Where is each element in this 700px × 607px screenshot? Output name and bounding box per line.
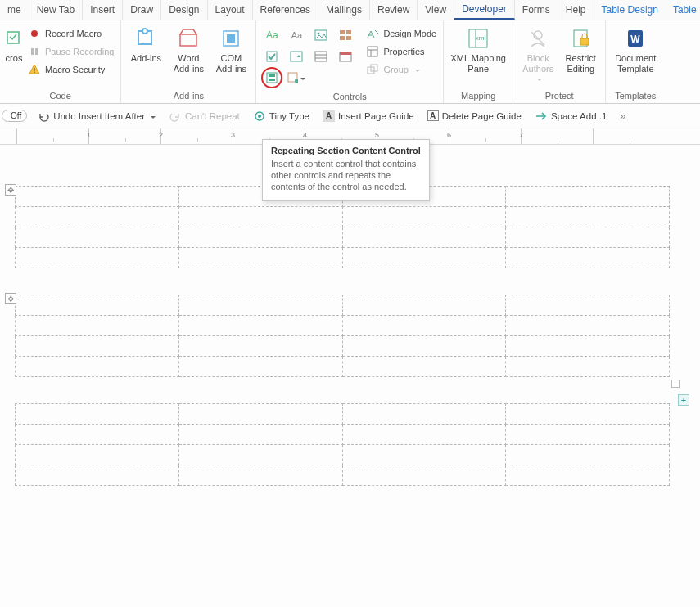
table-row[interactable] <box>16 357 670 377</box>
group-protect: Block Authors Restrict Editing Protect <box>513 20 606 103</box>
tab-design[interactable]: Design <box>161 0 207 20</box>
word-addins-button[interactable]: Word Add-ins <box>169 23 208 74</box>
table-move-handle[interactable]: ✥ <box>5 293 16 304</box>
record-macro-button[interactable]: Record Macro <box>26 26 115 41</box>
date-picker-control[interactable] <box>336 47 355 65</box>
toggle-off[interactable]: Off <box>2 110 27 122</box>
group-controls-label: Controls <box>333 90 367 104</box>
controls-gallery: Aa Aa <box>261 23 356 90</box>
building-block-control[interactable] <box>336 26 355 44</box>
xml-mapping-button[interactable]: xml XML Mapping Pane <box>449 23 508 74</box>
resize-handle[interactable] <box>671 380 680 388</box>
combo-box-control[interactable] <box>287 47 305 65</box>
arrow-right-icon <box>535 110 548 123</box>
security-label: Macro Security <box>45 65 105 74</box>
ribbon-tabs: me New Tab Insert Draw Design Layout Ref… <box>0 0 700 20</box>
block-authors-button: Block Authors <box>518 23 558 85</box>
table-row[interactable] <box>16 404 670 425</box>
word-addins-label: Word Add-ins <box>174 53 204 74</box>
document-canvas[interactable]: ✥ ✥ + <box>0 145 700 607</box>
insert-page-guide-button[interactable]: A Insert Page Guide <box>319 109 418 124</box>
dropdown-control[interactable] <box>312 47 330 65</box>
svg-rect-38 <box>580 38 589 45</box>
group-mapping-label: Mapping <box>461 89 495 103</box>
quick-access-row: Off Undo Insert Item After Can't Repeat … <box>0 104 700 128</box>
table-row[interactable] <box>16 425 670 445</box>
table-row[interactable] <box>16 316 670 336</box>
block-authors-label: Block Authors <box>522 53 553 74</box>
addins-button[interactable]: Add-ins <box>126 23 165 64</box>
table-move-handle[interactable]: ✥ <box>5 184 16 196</box>
repeating-section-control[interactable] <box>261 67 282 88</box>
tab-references[interactable]: References <box>253 0 318 20</box>
tiny-type-button[interactable]: Tiny Type <box>250 108 313 124</box>
plain-text-control[interactable]: Aa <box>287 26 305 44</box>
space-add-button[interactable]: Space Add .1 <box>531 108 610 124</box>
table-row[interactable] <box>16 295 670 316</box>
tab-help[interactable]: Help <box>558 0 594 20</box>
ruler-mark: 2 <box>159 131 163 139</box>
block-authors-icon <box>525 25 551 52</box>
table-row[interactable] <box>16 445 670 465</box>
ribbon: cros Record Macro Pause Recording ! Macr… <box>0 20 700 104</box>
tab-layout[interactable]: Layout <box>208 0 253 20</box>
tab-forms[interactable]: Forms <box>515 0 558 20</box>
legacy-tools[interactable] <box>287 69 305 87</box>
table-3[interactable] <box>15 403 692 486</box>
properties-button[interactable]: Properties <box>364 44 438 59</box>
design-mode-button[interactable]: Design Mode <box>364 26 438 41</box>
ruler-mark: 1 <box>87 131 91 139</box>
table-2[interactable]: ✥ + <box>15 295 692 377</box>
table-row[interactable] <box>16 248 670 268</box>
svg-rect-11 <box>340 30 345 34</box>
addins-icon <box>133 25 159 52</box>
svg-point-1 <box>31 30 38 37</box>
table-row[interactable] <box>16 465 670 486</box>
tab-newtab[interactable]: New Tab <box>29 0 83 20</box>
tab-insert[interactable]: Insert <box>83 0 123 20</box>
group-code-label: Code <box>50 89 71 103</box>
tab-home-cut[interactable]: me <box>0 0 29 20</box>
group-protect-label: Protect <box>545 89 574 103</box>
svg-rect-22 <box>267 73 277 83</box>
svg-text:!: ! <box>34 66 36 74</box>
group-addins: Add-ins Word Add-ins COM Add-ins Add-ins <box>121 20 256 103</box>
svg-text:xml: xml <box>476 34 486 42</box>
svg-rect-17 <box>315 52 327 61</box>
more-commands[interactable]: » <box>616 108 629 124</box>
insert-guide-icon: A <box>323 110 335 122</box>
tab-table-layout[interactable]: Table Layout <box>666 0 700 20</box>
com-addins-button[interactable]: COM Add-ins <box>211 23 251 74</box>
table-row[interactable] <box>16 207 670 227</box>
svg-rect-27 <box>368 47 377 56</box>
tab-draw[interactable]: Draw <box>123 0 161 20</box>
table-row[interactable] <box>16 227 670 248</box>
checkbox-control[interactable] <box>263 47 281 65</box>
svg-rect-23 <box>269 74 275 77</box>
tab-mailings[interactable]: Mailings <box>318 0 370 20</box>
svg-rect-6 <box>180 34 196 46</box>
picture-control[interactable] <box>312 26 330 44</box>
group-templates: W Document Template Templates <box>606 20 665 103</box>
document-template-button[interactable]: W Document Template <box>611 23 660 74</box>
tab-view[interactable]: View <box>418 0 454 20</box>
group-controls: Aa Aa Design Mode Properties <box>256 20 444 103</box>
svg-rect-3 <box>35 48 38 55</box>
undo-button[interactable]: Undo Insert Item After <box>34 108 159 124</box>
delete-page-guide-button[interactable]: A Delete Page Guide <box>424 109 525 123</box>
xml-mapping-label: XML Mapping Pane <box>450 53 505 74</box>
macro-security-button[interactable]: ! Macro Security <box>26 62 115 77</box>
rich-text-control[interactable]: Aa <box>263 26 281 44</box>
svg-rect-21 <box>340 52 351 55</box>
tab-table-design[interactable]: Table Design <box>594 0 666 20</box>
tab-developer[interactable]: Developer <box>454 0 515 20</box>
space-label: Space Add .1 <box>551 111 607 121</box>
restrict-editing-button[interactable]: Restrict Editing <box>561 23 600 74</box>
macros-button-cut[interactable]: cros <box>5 23 23 64</box>
svg-rect-13 <box>340 36 345 40</box>
svg-point-5 <box>142 29 147 34</box>
table-row[interactable] <box>16 336 670 357</box>
svg-rect-12 <box>346 30 351 34</box>
tab-review[interactable]: Review <box>370 0 418 20</box>
design-mode-label: Design Mode <box>383 29 436 38</box>
